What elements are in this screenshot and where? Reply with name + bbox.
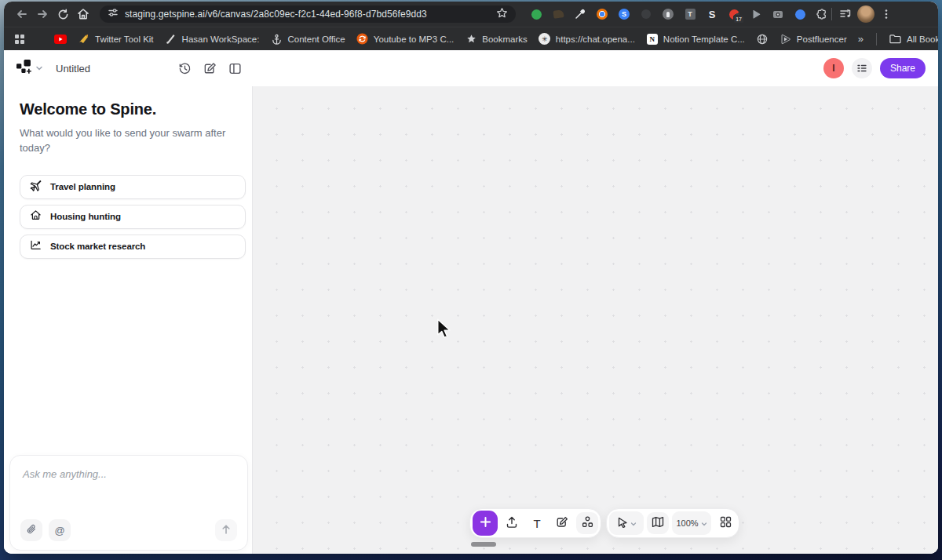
text-tool-button[interactable]: T [526, 512, 548, 534]
bookmark-youtube[interactable] [54, 33, 67, 45]
notebook-t-extension-icon[interactable]: T [684, 8, 696, 20]
mouse-cursor [436, 318, 451, 343]
hand-extension-icon[interactable] [662, 8, 674, 20]
extensions-puzzle-icon[interactable] [816, 8, 828, 20]
notion-icon: N [646, 33, 659, 45]
play-extension-icon[interactable] [750, 8, 762, 20]
bookmark-item[interactable]: Content Office [270, 33, 345, 45]
bookmark-label: https://chat.opena... [556, 35, 635, 44]
bookmarks-bar: Twitter Tool Kit Hasan WorkSpace: Conten… [4, 27, 938, 50]
bookmarks-overflow-icon[interactable]: » [858, 33, 864, 45]
suggestion-travel-planning[interactable]: Travel planning [20, 175, 246, 199]
bookmark-item[interactable]: N Notion Template C... [646, 33, 745, 45]
globe-icon [756, 33, 769, 45]
shapes-tool-button[interactable] [576, 512, 598, 534]
eyedropper-extension-icon[interactable] [574, 8, 586, 20]
convert-arrows-icon [356, 33, 369, 45]
cursor-mode-button[interactable] [609, 511, 644, 535]
rename-icon[interactable] [200, 59, 219, 78]
tasks-list-icon[interactable] [852, 58, 872, 78]
pen-check-icon [165, 33, 177, 45]
bookmark-label: Notion Template C... [663, 35, 745, 44]
apps-grid-icon[interactable] [13, 33, 26, 45]
dimmed-extension-icon[interactable] [640, 8, 652, 20]
bookmark-globe[interactable] [756, 33, 769, 45]
all-bookmarks-button[interactable]: All Bookmarks [889, 33, 938, 45]
bookmark-label: Postfluencer [797, 35, 847, 44]
bookmark-item[interactable]: Twitter Tool Kit [78, 33, 154, 45]
grid-icon [720, 516, 732, 530]
arrow-up-icon [221, 524, 232, 537]
blue-circle-extension-icon[interactable] [794, 8, 806, 20]
url-text: staging.getspine.ai/v6/canvas/2a8c09ec-f… [125, 9, 427, 20]
bookmark-item[interactable]: Bookmarks [465, 33, 528, 45]
home-icon[interactable] [73, 4, 93, 24]
welcome-subtitle: What would you like to send your swarm a… [20, 126, 241, 156]
zoom-level-dropdown[interactable]: 100% [672, 511, 711, 535]
refresh-icon[interactable] [53, 4, 73, 24]
horizontal-scrollbar[interactable] [471, 542, 496, 547]
site-settings-icon[interactable] [108, 7, 119, 21]
attach-file-button[interactable] [20, 519, 42, 541]
profile-avatar[interactable] [856, 4, 876, 24]
white-s-extension-icon[interactable]: S [706, 8, 718, 20]
zoom-chevron-down-icon [701, 518, 707, 529]
grid-view-button[interactable] [714, 512, 736, 534]
upload-button[interactable] [501, 512, 523, 534]
send-button[interactable] [215, 519, 237, 541]
add-node-button[interactable] [473, 511, 498, 536]
extensions-row: S T S 17 [530, 8, 828, 20]
bookmarks-right-separator [876, 33, 877, 45]
suggestion-housing-hunting[interactable]: Housing hunting [20, 205, 246, 229]
view-tools-group: 100% [606, 508, 739, 538]
bookmark-item[interactable]: Postfluencer [780, 33, 847, 45]
mention-button[interactable]: @ [49, 519, 71, 541]
map-icon [652, 516, 664, 530]
panel-toggle-icon[interactable] [225, 59, 244, 78]
browser-menu-icon[interactable] [876, 4, 896, 24]
spine-app: Untitled I Share [4, 50, 938, 554]
camera-extension-icon[interactable] [772, 8, 784, 20]
dark-hand-extension-icon[interactable] [552, 8, 564, 20]
bookmark-label: Youtube to MP3 C... [374, 35, 455, 44]
line-chart-icon [30, 239, 42, 253]
welcome-title: Welcome to Spine. [20, 100, 236, 118]
shazam-extension-icon[interactable]: S [618, 8, 630, 20]
youtube-icon [54, 33, 67, 45]
bookmark-star-icon[interactable] [496, 7, 508, 22]
cursor-chevron-down-icon [630, 518, 637, 529]
spine-logo-icon[interactable] [16, 60, 31, 78]
red-badged-extension-icon[interactable]: 17 [728, 8, 740, 20]
bookmark-label: Twitter Tool Kit [95, 35, 154, 44]
map-button[interactable] [647, 512, 669, 534]
canvas-toolbar: T [469, 508, 739, 538]
document-title[interactable]: Untitled [56, 63, 90, 75]
workflow-shapes-icon [582, 516, 593, 530]
history-icon[interactable] [175, 59, 194, 78]
browser-window: staging.getspine.ai/v6/canvas/2a8c09ec-f… [4, 2, 938, 554]
bookmark-item[interactable]: Hasan WorkSpace: [165, 33, 260, 45]
pointer-icon [617, 517, 628, 530]
suggestion-label: Stock market research [50, 242, 145, 251]
back-icon[interactable] [12, 4, 32, 24]
bookmark-label: Content Office [287, 35, 345, 44]
browser-toolbar: staging.getspine.ai/v6/canvas/2a8c09ec-f… [4, 2, 938, 27]
orange-blue-circle-extension-icon[interactable] [596, 8, 608, 20]
media-controls-icon[interactable] [835, 4, 856, 24]
anchor-icon [270, 33, 283, 45]
suggestion-stock-market[interactable]: Stock market research [20, 235, 246, 259]
draw-tool-button[interactable] [551, 512, 573, 534]
bookmark-label: Hasan WorkSpace: [182, 35, 260, 44]
bookmark-item[interactable]: ✳ https://chat.opena... [539, 33, 635, 45]
url-bar[interactable]: staging.getspine.ai/v6/canvas/2a8c09ec-f… [100, 5, 516, 23]
forward-icon[interactable] [32, 4, 53, 24]
chat-input[interactable] [10, 456, 247, 503]
bookmark-item[interactable]: Youtube to MP3 C... [356, 33, 455, 45]
green-circle-extension-icon[interactable] [530, 8, 542, 20]
logo-chevron-down-icon[interactable] [35, 61, 43, 75]
canvas[interactable]: T [253, 86, 938, 554]
workspace-avatar[interactable]: I [823, 58, 844, 78]
share-button[interactable]: Share [880, 58, 926, 78]
zoom-level-label: 100% [676, 518, 698, 528]
pencil-square-icon [556, 516, 568, 531]
